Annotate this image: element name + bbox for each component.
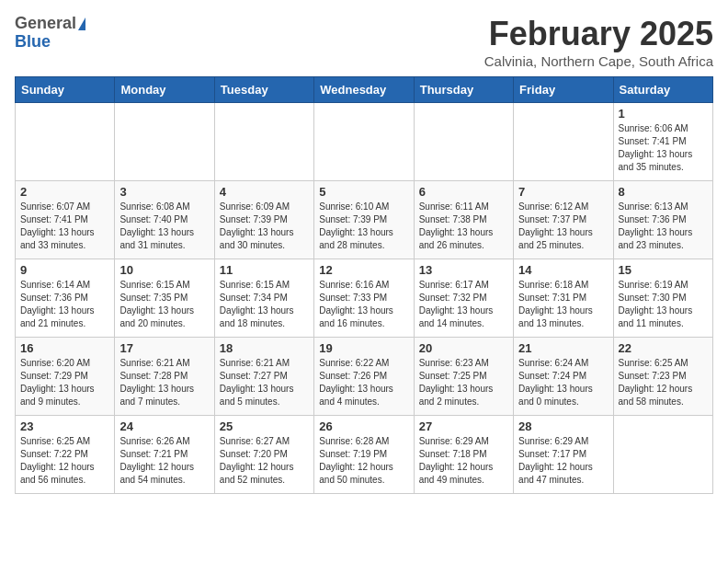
calendar-cell: 9Sunrise: 6:14 AM Sunset: 7:36 PM Daylig… (16, 259, 115, 338)
calendar-cell: 26Sunrise: 6:28 AM Sunset: 7:19 PM Dayli… (314, 416, 414, 494)
day-info: Sunrise: 6:27 AM Sunset: 7:20 PM Dayligh… (220, 435, 309, 487)
day-info: Sunrise: 6:13 AM Sunset: 7:36 PM Dayligh… (619, 201, 708, 252)
calendar-cell: 20Sunrise: 6:23 AM Sunset: 7:25 PM Dayli… (414, 338, 513, 416)
weekday-header-tuesday: Tuesday (214, 77, 313, 103)
day-info: Sunrise: 6:20 AM Sunset: 7:29 PM Dayligh… (20, 357, 109, 408)
calendar-cell: 2Sunrise: 6:07 AM Sunset: 7:41 PM Daylig… (16, 181, 115, 259)
day-number: 9 (20, 263, 109, 277)
calendar-cell: 4Sunrise: 6:09 AM Sunset: 7:39 PM Daylig… (214, 181, 313, 259)
day-info: Sunrise: 6:28 AM Sunset: 7:19 PM Dayligh… (319, 435, 408, 487)
calendar-cell: 15Sunrise: 6:19 AM Sunset: 7:30 PM Dayli… (613, 259, 712, 338)
calendar-cell (214, 103, 313, 181)
day-info: Sunrise: 6:06 AM Sunset: 7:41 PM Dayligh… (619, 122, 708, 174)
calendar-week-row: 23Sunrise: 6:25 AM Sunset: 7:22 PM Dayli… (16, 416, 713, 494)
day-number: 27 (419, 419, 508, 433)
day-info: Sunrise: 6:17 AM Sunset: 7:32 PM Dayligh… (419, 279, 508, 330)
calendar-cell: 21Sunrise: 6:24 AM Sunset: 7:24 PM Dayli… (514, 338, 613, 416)
calendar-cell: 27Sunrise: 6:29 AM Sunset: 7:18 PM Dayli… (414, 416, 513, 494)
calendar-cell: 23Sunrise: 6:25 AM Sunset: 7:22 PM Dayli… (16, 416, 115, 494)
calendar-cell: 3Sunrise: 6:08 AM Sunset: 7:40 PM Daylig… (115, 181, 214, 259)
day-number: 28 (518, 419, 608, 433)
logo: General Blue (15, 15, 85, 52)
weekday-header-wednesday: Wednesday (314, 77, 414, 103)
logo-triangle-icon (78, 17, 85, 30)
day-number: 1 (619, 107, 708, 121)
day-info: Sunrise: 6:16 AM Sunset: 7:33 PM Dayligh… (319, 279, 408, 330)
calendar-week-row: 1Sunrise: 6:06 AM Sunset: 7:41 PM Daylig… (16, 103, 713, 181)
calendar-cell (314, 103, 414, 181)
title-block: February 2025 Calvinia, Northern Cape, S… (484, 15, 713, 69)
day-info: Sunrise: 6:22 AM Sunset: 7:26 PM Dayligh… (319, 357, 408, 408)
calendar-cell: 7Sunrise: 6:12 AM Sunset: 7:37 PM Daylig… (514, 181, 613, 259)
calendar-cell: 10Sunrise: 6:15 AM Sunset: 7:35 PM Dayli… (115, 259, 214, 338)
calendar-cell (613, 416, 712, 494)
day-info: Sunrise: 6:29 AM Sunset: 7:17 PM Dayligh… (518, 435, 608, 487)
calendar-cell: 5Sunrise: 6:10 AM Sunset: 7:39 PM Daylig… (314, 181, 414, 259)
weekday-header-monday: Monday (115, 77, 214, 103)
calendar-cell: 19Sunrise: 6:22 AM Sunset: 7:26 PM Dayli… (314, 338, 414, 416)
calendar-cell: 16Sunrise: 6:20 AM Sunset: 7:29 PM Dayli… (16, 338, 115, 416)
calendar-cell: 11Sunrise: 6:15 AM Sunset: 7:34 PM Dayli… (214, 259, 313, 338)
day-info: Sunrise: 6:18 AM Sunset: 7:31 PM Dayligh… (518, 279, 608, 330)
weekday-header-saturday: Saturday (613, 77, 712, 103)
calendar-table: SundayMondayTuesdayWednesdayThursdayFrid… (15, 76, 713, 494)
day-info: Sunrise: 6:14 AM Sunset: 7:36 PM Dayligh… (20, 279, 109, 330)
day-number: 20 (419, 341, 508, 355)
calendar-cell (16, 103, 115, 181)
calendar-cell: 13Sunrise: 6:17 AM Sunset: 7:32 PM Dayli… (414, 259, 513, 338)
calendar-cell: 17Sunrise: 6:21 AM Sunset: 7:28 PM Dayli… (115, 338, 214, 416)
day-number: 22 (619, 341, 708, 355)
day-info: Sunrise: 6:09 AM Sunset: 7:39 PM Dayligh… (220, 201, 309, 252)
day-number: 8 (619, 185, 708, 199)
day-number: 2 (20, 185, 109, 199)
day-number: 5 (319, 185, 408, 199)
day-number: 17 (119, 341, 209, 355)
day-number: 7 (518, 185, 608, 199)
day-number: 26 (319, 419, 408, 433)
weekday-header-sunday: Sunday (16, 77, 115, 103)
location-subtitle: Calvinia, Northern Cape, South Africa (484, 53, 713, 69)
calendar-cell: 8Sunrise: 6:13 AM Sunset: 7:36 PM Daylig… (613, 181, 712, 259)
day-info: Sunrise: 6:21 AM Sunset: 7:27 PM Dayligh… (220, 357, 309, 408)
day-number: 14 (518, 263, 608, 277)
day-number: 15 (619, 263, 708, 277)
day-number: 16 (20, 341, 109, 355)
day-number: 3 (119, 185, 209, 199)
day-number: 11 (220, 263, 309, 277)
day-number: 19 (319, 341, 408, 355)
day-info: Sunrise: 6:08 AM Sunset: 7:40 PM Dayligh… (119, 201, 209, 252)
day-info: Sunrise: 6:11 AM Sunset: 7:38 PM Dayligh… (419, 201, 508, 252)
day-number: 23 (20, 419, 109, 433)
month-title: February 2025 (484, 15, 713, 53)
day-number: 10 (119, 263, 209, 277)
day-info: Sunrise: 6:15 AM Sunset: 7:35 PM Dayligh… (119, 279, 209, 330)
calendar-cell (414, 103, 513, 181)
day-info: Sunrise: 6:07 AM Sunset: 7:41 PM Dayligh… (20, 201, 109, 252)
calendar-cell: 24Sunrise: 6:26 AM Sunset: 7:21 PM Dayli… (115, 416, 214, 494)
calendar-week-row: 2Sunrise: 6:07 AM Sunset: 7:41 PM Daylig… (16, 181, 713, 259)
day-info: Sunrise: 6:15 AM Sunset: 7:34 PM Dayligh… (220, 279, 309, 330)
weekday-header-thursday: Thursday (414, 77, 513, 103)
day-number: 4 (220, 185, 309, 199)
day-number: 13 (419, 263, 508, 277)
calendar-cell: 22Sunrise: 6:25 AM Sunset: 7:23 PM Dayli… (613, 338, 712, 416)
calendar-cell: 1Sunrise: 6:06 AM Sunset: 7:41 PM Daylig… (613, 103, 712, 181)
day-number: 25 (220, 419, 309, 433)
day-info: Sunrise: 6:26 AM Sunset: 7:21 PM Dayligh… (119, 435, 209, 487)
day-info: Sunrise: 6:21 AM Sunset: 7:28 PM Dayligh… (119, 357, 209, 408)
calendar-cell: 14Sunrise: 6:18 AM Sunset: 7:31 PM Dayli… (514, 259, 613, 338)
weekday-header-friday: Friday (514, 77, 613, 103)
page-header: General Blue February 2025 Calvinia, Nor… (15, 15, 713, 69)
day-info: Sunrise: 6:25 AM Sunset: 7:22 PM Dayligh… (20, 435, 109, 487)
day-number: 21 (518, 341, 608, 355)
calendar-cell (514, 103, 613, 181)
calendar-cell: 28Sunrise: 6:29 AM Sunset: 7:17 PM Dayli… (514, 416, 613, 494)
day-number: 18 (220, 341, 309, 355)
day-number: 24 (119, 419, 209, 433)
calendar-cell: 6Sunrise: 6:11 AM Sunset: 7:38 PM Daylig… (414, 181, 513, 259)
day-info: Sunrise: 6:24 AM Sunset: 7:24 PM Dayligh… (518, 357, 608, 408)
day-info: Sunrise: 6:10 AM Sunset: 7:39 PM Dayligh… (319, 201, 408, 252)
logo-blue-text: Blue (15, 33, 85, 52)
day-info: Sunrise: 6:19 AM Sunset: 7:30 PM Dayligh… (619, 279, 708, 330)
calendar-cell (115, 103, 214, 181)
